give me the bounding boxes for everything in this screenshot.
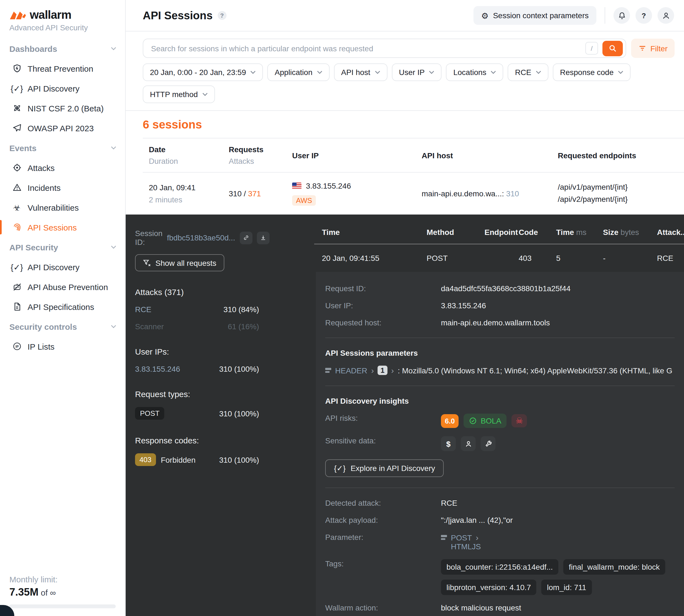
request-type-stat[interactable]: POST 310 (100%) — [135, 407, 259, 420]
request-details-card: Request ID:da4ad5dfc55fa3668cc38801b1a25… — [316, 272, 684, 616]
link-icon — [243, 234, 249, 242]
sidebar-item-nist-csf[interactable]: NIST CSF 2.0 (Beta) — [0, 98, 125, 118]
filter-chip-user-ip[interactable]: User IP — [392, 63, 442, 81]
download-button[interactable] — [256, 232, 269, 244]
status-403-badge: 403 — [135, 453, 156, 466]
search-input[interactable]: Search for sessions in which a particula… — [143, 39, 626, 58]
filter-button[interactable]: Filter — [631, 39, 675, 58]
session-row[interactable]: 20 Jan, 09:412 minutes 310 / 371 3.83.15… — [143, 173, 684, 215]
divider — [325, 337, 675, 338]
paper-plane-icon — [12, 123, 22, 133]
topbar-divider — [605, 7, 605, 24]
param-value: : Mozilla/5.0 (Windows NT 6.1; Win64; x6… — [398, 366, 672, 375]
title-help-icon[interactable]: ? — [218, 11, 226, 20]
api-discovery-insights-title: API Discovery insights — [325, 397, 684, 405]
response-codes-title: Response codes: — [135, 436, 259, 445]
session-endpoint: /api/v2/payment/{int} — [558, 194, 684, 205]
nav-section-events[interactable]: Events — [0, 138, 125, 158]
response-code-stat[interactable]: 403 Forbidden 310 (100%) — [135, 453, 259, 466]
nav-section-dashboards[interactable]: Dashboards — [0, 39, 125, 59]
sidebar-item-vulnerabilities[interactable]: ☣ Vulnerabilities — [0, 197, 125, 217]
sidebar-item-threat-prevention[interactable]: Threat Prevention — [0, 59, 125, 78]
post-method-badge: POST — [135, 407, 164, 420]
sidebar-item-api-discovery[interactable]: {✓} API Discovery — [0, 78, 125, 98]
braces-check-icon: {✓} — [334, 464, 346, 472]
tag: final_wallarm_mode: block — [563, 559, 665, 575]
filter-chip-daterange[interactable]: 20 Jan, 0:00 - 20 Jan, 23:59 — [143, 63, 263, 81]
download-icon — [260, 234, 266, 242]
profile-button[interactable] — [658, 7, 674, 24]
col-requested-endpoints: Requested endpoints — [558, 151, 684, 160]
request-row[interactable]: 20 Jan, 09:41:55 POST 403 5 - RCE — [314, 244, 684, 272]
main-area: API Sessions ? ⚙ Session context paramet… — [126, 0, 684, 616]
chevron-right-icon: › — [371, 366, 374, 375]
session-detail-panel: Session ID: fbdbc518b3ae50d... Show all … — [126, 215, 684, 616]
filter-chip-application[interactable]: Application — [268, 63, 329, 81]
requested-host-value: main-api.eu.demo.wallarm.tools — [441, 318, 550, 327]
sidebar-item-api-specifications[interactable]: API Specifications — [0, 297, 125, 316]
col-duration: Duration — [149, 157, 229, 166]
chevron-right-icon: › — [476, 533, 478, 542]
wallarm-action-label: Wallarm action: — [325, 603, 441, 612]
filter-chip-rce[interactable]: RCE — [508, 63, 548, 81]
chevron-down-icon — [111, 325, 116, 328]
filter-chip-response-code[interactable]: Response code — [553, 63, 631, 81]
param-index-badge: 1 — [378, 366, 387, 375]
sessions-count: 6 sessions — [143, 118, 684, 131]
col-time-ms: Time — [556, 228, 574, 237]
col-user-ip: User IP — [292, 151, 421, 160]
chevron-down-icon — [111, 47, 116, 50]
search-placeholder: Search for sessions in which a particula… — [151, 44, 585, 53]
filter-chip-api-host[interactable]: API host — [334, 63, 387, 81]
user-ip-value: 3.83.155.246 — [441, 301, 486, 310]
col-endpoint: Endpoint — [484, 228, 519, 237]
requested-host-label: Requested host: — [325, 318, 441, 327]
parameter-value: POST › HTMLJS — [441, 533, 481, 551]
search-icon — [609, 44, 617, 52]
request-time-ms: 5 — [556, 254, 603, 263]
divider — [325, 386, 675, 386]
warning-triangle-icon — [12, 183, 22, 192]
sessions-section: 6 sessions DateDuration RequestsAttacks … — [126, 111, 684, 215]
chevron-down-icon — [251, 71, 256, 74]
request-endpoint — [484, 254, 519, 263]
sidebar-item-api-discovery-2[interactable]: {✓} API Discovery — [0, 257, 125, 277]
attack-stat-rce[interactable]: RCE 310 (84%) — [135, 305, 259, 314]
chevron-down-icon — [375, 71, 380, 74]
fingerprint-icon — [12, 222, 22, 232]
braces-check-icon: {✓} — [12, 262, 22, 271]
filter-chip-http-method[interactable]: HTTP method — [143, 86, 215, 103]
api-sessions-parameters-title: API Sessions parameters — [325, 349, 684, 357]
us-flag-icon — [292, 182, 301, 189]
show-all-requests-button[interactable]: Show all requests — [135, 254, 224, 271]
tags-list: bola_counter: i:22156:a14edf... final_wa… — [441, 559, 684, 595]
filter-chip-locations[interactable]: Locations — [446, 63, 503, 81]
sidebar-item-attacks[interactable]: Attacks — [0, 158, 125, 178]
nav-section-security-controls[interactable]: Security controls — [0, 316, 125, 336]
header-param-icon — [325, 368, 331, 373]
copy-link-button[interactable] — [240, 232, 252, 244]
session-api-host-count: 310 — [506, 189, 519, 198]
nav-section-api-security[interactable]: API Security — [0, 237, 125, 257]
user-ip-label: User IP: — [325, 301, 441, 310]
col-method: Method — [427, 228, 484, 237]
sidebar-item-owasp-api[interactable]: OWASP API 2023 — [0, 118, 125, 138]
infinity-icon: ∞ — [50, 588, 56, 597]
attack-payload-label: Attack payload: — [325, 515, 441, 525]
attack-payload-value: ":/|java.lan ... (42),"or — [441, 515, 513, 525]
help-button[interactable]: ? — [636, 7, 652, 24]
sessions-table-header: DateDuration RequestsAttacks User IP API… — [143, 138, 684, 173]
request-id-value: da4ad5dfc55fa3668cc38801b1a25f44 — [441, 284, 570, 293]
sidebar-item-api-sessions[interactable]: API Sessions — [0, 217, 125, 237]
sidebar-item-ip-lists[interactable]: IP IP Lists — [0, 336, 125, 356]
check-circle-icon — [469, 417, 477, 425]
user-ip-stat[interactable]: 3.83.155.246 310 (100%) — [135, 365, 259, 373]
explore-in-api-discovery-button[interactable]: {✓} Explore in API Discovery — [325, 459, 444, 477]
sidebar-item-api-abuse-prevention[interactable]: API Abuse Prevention — [0, 277, 125, 297]
sidebar-item-incidents[interactable]: Incidents — [0, 178, 125, 197]
attack-stat-scanner[interactable]: Scanner 61 (16%) — [135, 322, 259, 331]
session-context-parameters-button[interactable]: ⚙ Session context parameters — [474, 6, 596, 25]
request-attack: RCE — [657, 254, 684, 263]
search-button[interactable] — [602, 41, 623, 56]
notifications-button[interactable] — [613, 7, 630, 24]
